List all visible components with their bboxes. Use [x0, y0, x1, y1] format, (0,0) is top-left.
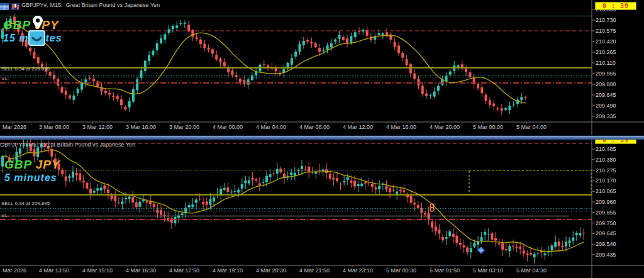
trading-terminal: GBPJPY#, M15: Great Britain Pound vs Jap… [0, 0, 644, 278]
chart-header-m15: GBPJPY#, M15: Great Britain Pound vs Jap… [0, 1, 160, 9]
time-tick-label: 4 Mar 04:00 [256, 124, 286, 130]
price-tick-label: 210.420 [596, 38, 616, 45]
symbol-gbp-text: GBP [4, 158, 31, 171]
price-tick-label: 209.490 [596, 103, 616, 109]
smile-box-icon[interactable] [28, 30, 45, 48]
time-axis-m15[interactable]: Mar 20263 Mar 08:003 Mar 12:003 Mar 16:0… [0, 124, 592, 133]
time-tick-label: 4 Mar 23:10 [343, 267, 373, 274]
price-tick-label: 209.335 [596, 113, 616, 120]
time-tick-label: 3 Mar 08:00 [39, 124, 69, 130]
time-tick-label: 3 Mar 12:00 [82, 124, 113, 130]
time-tick-label: Mar 2026 [3, 124, 26, 130]
time-tick-label: 5 Mar 00:30 [386, 267, 416, 274]
pin-icon[interactable] [33, 16, 43, 31]
candle-timer-badge[interactable]: 0 : 39 [595, 2, 636, 10]
time-tick-label: 4 Mar 16:00 [386, 124, 416, 130]
price-tick-label: 210.170 [596, 177, 616, 184]
price-tick-label: 209.540 [596, 241, 616, 247]
time-tick-label: 5 Mar 00:00 [473, 124, 503, 130]
chart-panel-m15: GBPJPY#, M15: Great Britain Pound vs Jap… [0, 0, 644, 135]
price-axis-m5[interactable]: 210.590210.485210.380210.275210.170210.0… [594, 140, 644, 278]
price-tick-label: 209.800 [596, 81, 616, 87]
time-tick-label: 5 Mar 04:30 [516, 267, 547, 274]
time-tick-label: 3 Mar 20:00 [169, 124, 199, 130]
time-axis-m5[interactable]: Mar 20264 Mar 13:504 Mar 15:104 Mar 16:3… [0, 267, 592, 276]
chart-title: GBPJPY#, M5: Great Britain Pound vs Japa… [0, 142, 135, 148]
chart-panel-m5: GBPJPY#, M5: Great Britain Pound vs Japa… [0, 140, 644, 278]
price-tick-label: 209.645 [596, 230, 616, 236]
candlestick-chart-m5[interactable] [0, 140, 644, 278]
time-tick-label: 4 Mar 17:50 [169, 267, 199, 274]
candle-timer-badge[interactable]: 0 : 39 [595, 140, 636, 144]
order-line-label[interactable]: SELL 0.34 at 209.895 [1, 66, 50, 72]
time-tick-label: 4 Mar 20:30 [256, 267, 286, 274]
timeframe-text: 5 minutes [4, 173, 60, 183]
price-tick-label: 210.730 [596, 17, 616, 23]
candlestick-chart-m15[interactable] [0, 0, 644, 135]
time-tick-label: 5 Mar 04:00 [516, 124, 547, 130]
panel-separator[interactable] [0, 135, 644, 140]
time-tick-label: 4 Mar 12:00 [343, 124, 373, 130]
chart-header-m5: GBPJPY#, M5: Great Britain Pound vs Japa… [0, 140, 135, 148]
price-axis-m15[interactable]: 210.885210.730210.575210.420210.265210.1… [594, 0, 644, 135]
price-tick-label: 210.575 [596, 28, 616, 34]
price-tick-label: 210.110 [596, 60, 616, 66]
symbol-timeframe-label: GBP JPY 5 minutes [4, 158, 60, 183]
table-window-icon[interactable] [0, 1, 9, 8]
price-tick-label: 209.750 [596, 220, 616, 226]
symbol-gbp-text: GBP [3, 18, 30, 31]
time-tick-label: Mar 2026 [3, 267, 26, 274]
price-tick-label: 210.380 [596, 157, 616, 163]
price-tick-label: 210.485 [596, 146, 616, 152]
candle-chart-icon[interactable] [11, 1, 19, 8]
price-tick-label: 210.275 [596, 167, 616, 174]
order-line-label[interactable]: SELL 0.34 at 209.895 [1, 201, 50, 206]
yellow-dashed-zone [469, 170, 591, 195]
time-tick-label: 5 Mar 01:50 [430, 267, 460, 274]
time-tick-label: 5 Mar 03:10 [473, 267, 503, 274]
stop-loss-label[interactable]: SL: [1, 213, 9, 218]
symbol-jpy-text: JPY [36, 158, 60, 171]
price-tick-label: 209.960 [596, 199, 616, 205]
price-tick-label: 209.855 [596, 209, 616, 216]
time-tick-label: 4 Mar 19:10 [213, 267, 243, 274]
price-tick-label: 209.955 [596, 70, 616, 77]
time-tick-label: 4 Mar 21:50 [299, 267, 330, 274]
time-tick-label: 4 Mar 15:10 [82, 267, 113, 274]
time-tick-label: 4 Mar 08:00 [299, 124, 330, 130]
time-tick-label: 4 Mar 13:50 [39, 267, 69, 274]
price-tick-label: 209.435 [596, 252, 616, 258]
time-tick-label: 4 Mar 00:00 [213, 124, 243, 130]
time-tick-label: 3 Mar 16:00 [126, 124, 156, 130]
price-tick-label: 209.645 [596, 92, 616, 98]
stop-loss-label[interactable]: SL: [1, 75, 9, 81]
price-tick-label: 210.065 [596, 188, 616, 194]
time-tick-label: 4 Mar 20:00 [430, 124, 460, 130]
time-tick-label: 4 Mar 16:30 [126, 267, 156, 274]
moving-average-line [3, 150, 584, 252]
chart-title: GBPJPY#, M15: Great Britain Pound vs Jap… [21, 2, 160, 8]
price-tick-label: 210.265 [596, 49, 616, 55]
